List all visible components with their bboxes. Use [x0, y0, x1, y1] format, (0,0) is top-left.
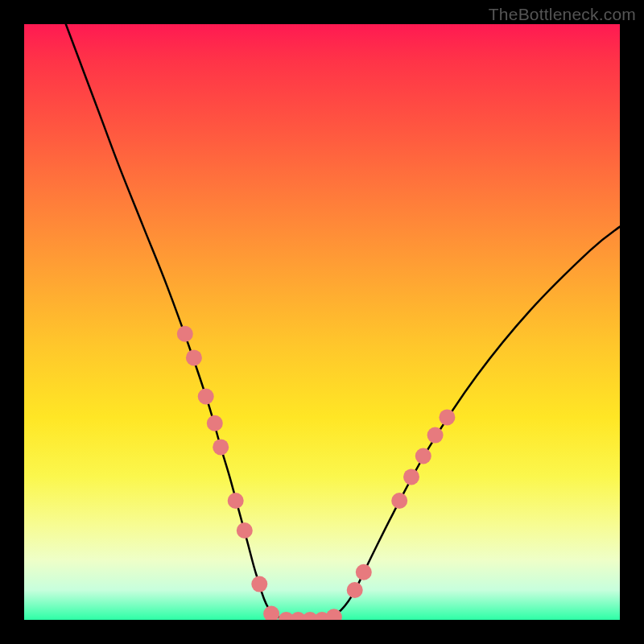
chart-svg: [24, 24, 620, 620]
curve-marker: [213, 439, 229, 455]
curve-line: [66, 24, 620, 620]
curve-marker: [186, 349, 202, 365]
watermark-text: TheBottleneck.com: [489, 5, 636, 24]
chart-frame: TheBottleneck.com: [0, 0, 644, 644]
curve-marker: [439, 409, 455, 425]
curve-marker: [347, 582, 363, 598]
curve-marker: [263, 606, 279, 620]
chart-plot-area: [24, 24, 620, 620]
curve-marker: [356, 564, 372, 580]
curve-marker: [403, 469, 419, 485]
curve-marker: [427, 427, 444, 444]
curve-marker: [251, 576, 267, 592]
curve-marker: [177, 326, 193, 342]
curve-marker: [198, 389, 214, 405]
curve-marker: [207, 415, 223, 431]
curve-marker: [391, 493, 407, 509]
curve-marker: [228, 493, 244, 509]
curve-marker: [415, 448, 431, 464]
curve-markers: [177, 326, 456, 620]
curve-marker: [237, 522, 253, 539]
